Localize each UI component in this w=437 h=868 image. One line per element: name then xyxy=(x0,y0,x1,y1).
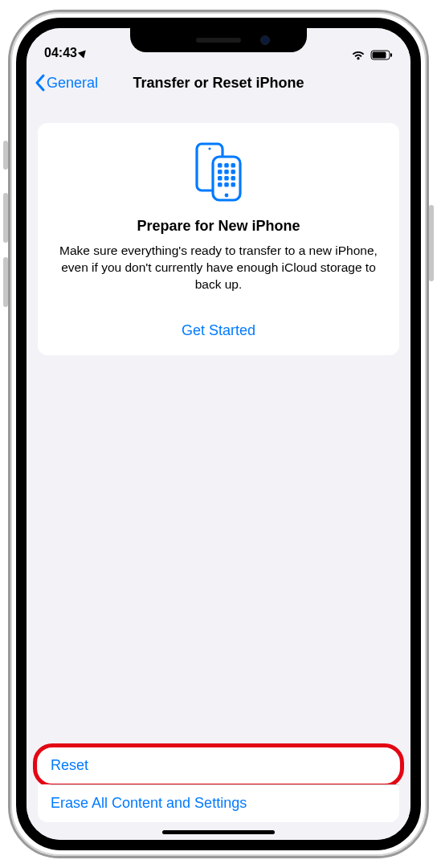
svg-rect-8 xyxy=(224,163,229,168)
home-indicator[interactable] xyxy=(162,830,275,834)
svg-rect-14 xyxy=(224,176,229,181)
status-time: 04:43 xyxy=(44,46,77,60)
notch xyxy=(130,28,307,52)
location-icon xyxy=(78,47,88,58)
page-title: Transfer or Reset iPhone xyxy=(133,75,304,92)
navigation-bar: General Transfer or Reset iPhone xyxy=(27,63,410,102)
svg-rect-9 xyxy=(231,163,236,168)
svg-point-6 xyxy=(225,194,229,198)
reset-button[interactable]: Reset xyxy=(38,747,399,784)
svg-rect-10 xyxy=(218,170,223,174)
erase-label: Erase All Content and Settings xyxy=(51,795,247,811)
prepare-card: Prepare for New iPhone Make sure everyth… xyxy=(38,123,399,355)
svg-rect-7 xyxy=(218,163,223,168)
svg-rect-18 xyxy=(231,182,236,187)
svg-rect-15 xyxy=(231,176,236,181)
chevron-left-icon xyxy=(35,74,45,92)
prepare-description: Make sure everything's ready to transfer… xyxy=(52,243,385,293)
svg-rect-1 xyxy=(373,52,386,59)
svg-rect-12 xyxy=(231,170,236,174)
svg-rect-2 xyxy=(390,53,392,57)
svg-rect-13 xyxy=(218,176,223,181)
svg-rect-11 xyxy=(224,170,229,174)
svg-point-4 xyxy=(208,147,210,149)
back-label: General xyxy=(47,75,98,92)
back-button[interactable]: General xyxy=(35,74,98,92)
volume-up-button xyxy=(3,193,8,243)
wifi-icon xyxy=(351,50,366,60)
annotation-highlight xyxy=(33,743,404,788)
svg-rect-17 xyxy=(224,182,229,187)
erase-all-button[interactable]: Erase All Content and Settings xyxy=(38,784,399,822)
power-button xyxy=(429,205,434,281)
battery-icon xyxy=(370,50,393,60)
front-camera xyxy=(260,35,270,45)
svg-rect-16 xyxy=(218,182,223,187)
screen: 04:43 Gen xyxy=(16,18,421,850)
actions-list: Reset Erase All Content and Settings xyxy=(38,747,399,822)
volume-down-button xyxy=(3,257,8,307)
silent-switch xyxy=(3,141,8,170)
transfer-phones-icon xyxy=(52,141,385,203)
prepare-title: Prepare for New iPhone xyxy=(52,218,385,235)
get-started-button[interactable]: Get Started xyxy=(182,322,255,339)
content-area: Prepare for New iPhone Make sure everyth… xyxy=(27,102,410,840)
reset-label: Reset xyxy=(51,757,88,773)
speaker xyxy=(196,38,241,43)
